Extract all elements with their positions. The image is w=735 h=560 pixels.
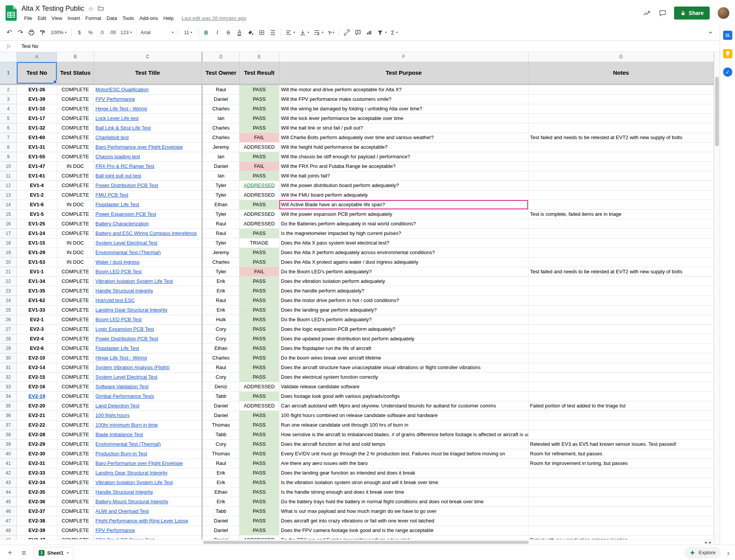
cell-test-result[interactable]: PASS (240, 353, 279, 363)
formula-input[interactable]: Test No (18, 43, 720, 49)
cell-test-purpose[interactable]: Is the handle strong enough and does it … (279, 488, 528, 497)
cell-test-result[interactable]: PASS (240, 526, 279, 535)
column-header-b[interactable]: B (57, 52, 94, 62)
row-header[interactable]: 27 (0, 325, 17, 334)
row-header[interactable]: 38 (0, 430, 17, 440)
cell-test-status[interactable]: COMPLETE (57, 382, 94, 392)
cell-test-no[interactable]: EV2-16 (17, 382, 57, 392)
cell-test-owner[interactable]: Tabb (203, 392, 240, 401)
cell-notes[interactable] (528, 152, 714, 162)
cell-test-owner[interactable]: Erik (203, 468, 240, 478)
horizontal-align-select[interactable]: ▾ (283, 27, 297, 38)
cell-test-purpose[interactable]: Is the magnetometer impacted by high cur… (279, 229, 528, 238)
cell-test-purpose[interactable]: Will the power expansion PCB perform ade… (279, 210, 528, 219)
cell-test-result[interactable]: FAIL (240, 162, 279, 171)
cell-test-result[interactable]: ADDRESSED (240, 190, 279, 200)
cell-test-no[interactable]: EV1-4 (17, 181, 57, 190)
cell-test-no[interactable]: EV2-1 (17, 315, 57, 325)
text-wrap-select[interactable]: ▾ (312, 27, 325, 38)
cell-test-result[interactable]: PASS (240, 296, 279, 305)
row-header[interactable]: 35 (0, 401, 17, 411)
cell-test-no[interactable]: EV2-19 (17, 392, 57, 401)
cell-test-result[interactable]: TRIAGE (240, 238, 279, 248)
cell-test-status[interactable]: COMPLETE (57, 507, 94, 516)
cell-notes[interactable] (528, 200, 714, 210)
column-header-f[interactable]: F (279, 52, 528, 62)
cell-test-purpose[interactable]: Do the battery trays hold the battery in… (279, 497, 528, 507)
row-header[interactable]: 15 (0, 210, 17, 219)
cell-header-test-owner[interactable]: Test Owner (203, 62, 240, 84)
cell-test-no[interactable]: EV2-38 (17, 516, 57, 526)
increase-decimal-button[interactable]: .00 (107, 27, 118, 38)
row-header[interactable]: 25 (0, 305, 17, 315)
row-header[interactable]: 8 (0, 143, 17, 152)
text-rotation-select[interactable]: A ▾ (326, 27, 336, 38)
borders-button[interactable] (256, 27, 267, 38)
cell-test-title[interactable]: FRX Pro & RC Range Test (94, 162, 202, 171)
cell-test-owner[interactable]: Charles (203, 258, 240, 267)
cell-test-no[interactable]: EV2-28 (17, 430, 57, 440)
last-edit-link[interactable]: Last edit was 28 minutes ago (182, 15, 246, 21)
cell-test-title[interactable]: System Vibration Analysis (Flight) (94, 363, 202, 373)
collapse-toolbar-button[interactable] (705, 27, 716, 38)
cell-test-no[interactable]: EV1-10 (17, 104, 57, 114)
cell-test-owner[interactable]: Tyler (203, 181, 240, 190)
row-header[interactable]: 12 (0, 181, 17, 190)
cell-test-owner[interactable]: Erik (203, 497, 240, 507)
cell-test-status[interactable]: COMPLETE (57, 171, 94, 181)
cell-notes[interactable] (528, 468, 714, 478)
cell-test-no[interactable]: EV1-29 (17, 248, 57, 258)
cell-test-no[interactable]: EV2-39 (17, 526, 57, 535)
cell-test-purpose[interactable]: Does the FPV camera footage look good an… (279, 526, 528, 535)
cell-test-purpose[interactable]: Will Charlie Bolts perform adequately ov… (279, 133, 528, 143)
cell-header-test-purpose[interactable]: Test Purpose (279, 62, 528, 84)
row-header[interactable]: 40 (0, 449, 17, 459)
cell-test-no[interactable]: EV2-30 (17, 449, 57, 459)
menu-edit[interactable]: Edit (35, 15, 49, 22)
cell-test-purpose[interactable]: Does the landing gear function as intend… (279, 468, 528, 478)
row-header[interactable]: 3 (0, 95, 17, 104)
cell-test-no[interactable]: EV1-25 (17, 219, 57, 229)
cell-test-title[interactable]: Baro Performance over Flight Envelope (94, 143, 202, 152)
cell-test-status[interactable]: COMPLETE (57, 114, 94, 123)
row-header[interactable]: 29 (0, 344, 17, 353)
insert-comment-button[interactable] (353, 27, 363, 38)
cell-test-purpose[interactable]: Does the motor drive perform in hot / co… (279, 296, 528, 305)
cell-test-no[interactable]: EV1-33 (17, 305, 57, 315)
cell-test-result[interactable]: PASS (240, 516, 279, 526)
cell-test-status[interactable]: COMPLETE (57, 104, 94, 114)
cell-test-result[interactable]: FAIL (240, 133, 279, 143)
cell-notes[interactable]: Retested with EV3 as EV5 had known senso… (528, 440, 714, 449)
cell-notes[interactable]: Test failed and needs to be retested at … (528, 267, 714, 277)
print-button[interactable] (26, 27, 37, 38)
cell-test-purpose[interactable]: Will the wiring be damaged by folding / … (279, 104, 528, 114)
cell-test-owner[interactable]: Charles (203, 353, 240, 363)
row-header[interactable]: 48 (0, 526, 17, 535)
cell-test-title[interactable]: Hinge Life Test - Wiring (94, 353, 202, 363)
row-header[interactable]: 43 (0, 478, 17, 488)
cell-test-result[interactable]: PASS (240, 95, 279, 104)
strikethrough-button[interactable]: S (223, 27, 234, 38)
cell-test-title[interactable]: Power Distribution PCB Test (94, 334, 202, 344)
cell-notes[interactable] (528, 171, 714, 181)
cell-test-status[interactable]: COMPLETE (57, 181, 94, 190)
row-header[interactable]: 31 (0, 363, 17, 373)
cell-test-no[interactable]: EV1-5 (17, 210, 57, 219)
cell-test-result[interactable]: PASS (240, 440, 279, 449)
cell-test-title[interactable]: Blade Imbalance Test (94, 430, 202, 440)
cell-test-result[interactable]: PASS (240, 363, 279, 373)
cell-notes[interactable] (528, 478, 714, 488)
cell-test-result[interactable]: ADDRESSED (240, 401, 279, 411)
cell-test-title[interactable]: Landing Gear Structural Integrity (94, 305, 202, 315)
cell-test-owner[interactable]: Ian (203, 171, 240, 181)
cell-notes[interactable] (528, 411, 714, 420)
cell-notes[interactable] (528, 488, 714, 497)
cell-notes[interactable] (528, 353, 714, 363)
column-header-g[interactable]: G (528, 52, 714, 62)
cell-test-owner[interactable]: Cory (203, 325, 240, 334)
cell-test-purpose[interactable]: Does the handle perform adequately? (279, 286, 528, 296)
cell-test-no[interactable]: EV1-60 (17, 133, 57, 143)
cell-test-status[interactable]: COMPLETE (57, 392, 94, 401)
cell-test-status[interactable]: COMPLETE (57, 219, 94, 229)
row-header[interactable]: 26 (0, 315, 17, 325)
